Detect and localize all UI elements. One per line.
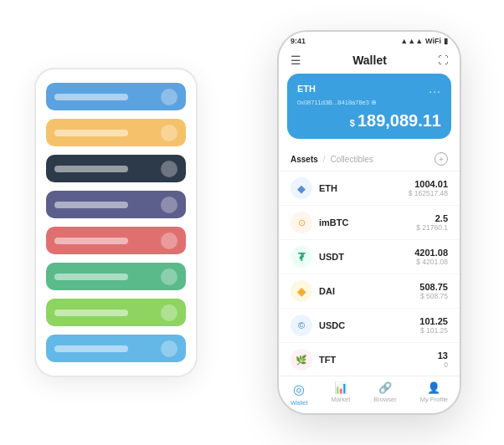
tab-divider: /	[323, 155, 326, 164]
list-item[interactable]	[46, 299, 186, 326]
wallet-nav-label: Wallet	[291, 399, 308, 407]
card-icon	[161, 233, 177, 249]
card-text-bar	[54, 345, 128, 352]
card-icon	[161, 304, 177, 321]
scene: 9:41 ▲▲▲ WiFi ▮ ☰ Wallet ⛶ ETH ... 0x087…	[18, 13, 486, 432]
market-nav-label: Market	[331, 396, 350, 403]
eth-amounts: 1004.01 $ 162517.48	[409, 179, 448, 197]
market-nav-icon: 📊	[334, 381, 347, 394]
card-text-bar	[54, 309, 128, 316]
page-title: Wallet	[352, 54, 387, 67]
add-asset-button[interactable]: +	[435, 152, 448, 166]
eth-icon: ◆	[291, 177, 312, 199]
card-icon	[161, 161, 177, 177]
usdc-amount: 101.25	[419, 316, 448, 326]
main-phone-mockup: 9:41 ▲▲▲ WiFi ▮ ☰ Wallet ⛶ ETH ... 0x087…	[277, 30, 461, 415]
balance-amount: 189,089.11	[357, 111, 441, 130]
eth-name: ETH	[319, 183, 409, 193]
expand-icon[interactable]: ⛶	[438, 54, 448, 66]
usdt-amounts: 4201.08 $ 4201.08	[414, 248, 448, 266]
assets-header: Assets / Collectibles +	[279, 147, 460, 171]
dai-usd: $ 508.75	[419, 292, 448, 300]
battery-icon: ▮	[444, 37, 448, 45]
usdc-icon: ©	[291, 315, 312, 336]
status-icons: ▲▲▲ WiFi ▮	[400, 37, 448, 45]
asset-row-usdc[interactable]: © USDC 101.25 $ 101.25	[279, 309, 460, 343]
asset-row-imbtc[interactable]: ⊙ imBTC 2.5 $ 21760.1	[279, 206, 460, 240]
usdt-usd: $ 4201.08	[414, 258, 448, 266]
eth-card-header: ETH ...	[297, 82, 441, 95]
card-text-bar	[54, 130, 128, 136]
eth-label: ETH	[297, 84, 316, 94]
bottom-nav: ◎ Wallet 📊 Market 🔗 Browser 👤 My Profile	[279, 376, 460, 413]
asset-row-eth[interactable]: ◆ ETH 1004.01 $ 162517.48	[279, 171, 460, 206]
tab-collectibles[interactable]: Collectibles	[331, 155, 373, 164]
eth-more-button[interactable]: ...	[429, 82, 441, 95]
usdc-amounts: 101.25 $ 101.25	[419, 316, 448, 335]
imbtc-name: imBTC	[319, 217, 416, 228]
status-bar: 9:41 ▲▲▲ WiFi ▮	[279, 32, 460, 49]
profile-nav-label: My Profile	[420, 396, 448, 403]
phone-content: ETH ... 0x08711d3B...8418a78e3 ⊕ $189,08…	[279, 74, 460, 376]
wallet-nav-icon: ◎	[293, 381, 305, 397]
list-item[interactable]	[46, 227, 186, 254]
eth-balance: $189,089.11	[297, 111, 441, 130]
tft-amounts: 13 0	[438, 350, 448, 369]
list-item[interactable]	[46, 263, 186, 290]
eth-address: 0x08711d3B...8418a78e3 ⊕	[297, 99, 441, 106]
tft-icon: 🌿	[291, 349, 312, 371]
dai-amount: 508.75	[419, 282, 448, 292]
card-text-bar	[54, 202, 128, 208]
usdc-usd: $ 101.25	[419, 326, 448, 335]
wifi-icon: WiFi	[425, 37, 441, 45]
menu-icon[interactable]: ☰	[291, 54, 301, 67]
card-icon	[161, 89, 177, 105]
eth-amount: 1004.01	[409, 179, 448, 189]
imbtc-usd: $ 21760.1	[416, 223, 448, 232]
tft-amount: 13	[438, 350, 448, 361]
currency-symbol: $	[350, 118, 355, 128]
card-icon	[161, 269, 177, 285]
tab-assets[interactable]: Assets	[291, 155, 318, 164]
card-text-bar	[54, 238, 128, 244]
nav-item-wallet[interactable]: ◎ Wallet	[291, 381, 308, 407]
tft-usd: 0	[438, 361, 448, 369]
nav-item-browser[interactable]: 🔗 Browser	[373, 381, 397, 407]
nav-item-profile[interactable]: 👤 My Profile	[420, 381, 448, 407]
usdt-icon: ₮	[291, 246, 312, 268]
list-item[interactable]	[46, 119, 186, 146]
nav-item-market[interactable]: 📊 Market	[331, 381, 350, 407]
card-icon	[161, 340, 177, 357]
card-text-bar	[54, 94, 128, 100]
asset-row-usdt[interactable]: ₮ USDT 4201.08 $ 4201.08	[279, 240, 460, 274]
status-time: 9:41	[291, 37, 306, 45]
asset-row-tft[interactable]: 🌿 TFT 13 0	[279, 343, 460, 376]
usdt-name: USDT	[319, 252, 414, 262]
eth-wallet-card[interactable]: ETH ... 0x08711d3B...8418a78e3 ⊕ $189,08…	[287, 74, 451, 139]
imbtc-icon: ⊙	[291, 212, 312, 233]
imbtc-amount: 2.5	[416, 213, 448, 223]
usdt-amount: 4201.08	[414, 248, 448, 258]
asset-row-dai[interactable]: ◈ DAI 508.75 $ 508.75	[279, 274, 460, 309]
card-icon	[161, 125, 177, 141]
asset-list: ◆ ETH 1004.01 $ 162517.48 ⊙ imBTC 2.5 $ …	[279, 171, 460, 376]
list-item[interactable]	[46, 191, 186, 218]
list-item[interactable]	[46, 155, 186, 182]
dai-icon: ◈	[291, 280, 312, 302]
imbtc-amounts: 2.5 $ 21760.1	[416, 213, 448, 232]
tft-name: TFT	[319, 355, 438, 365]
browser-nav-icon: 🔗	[378, 381, 392, 394]
dai-name: DAI	[319, 286, 419, 296]
signal-icon: ▲▲▲	[400, 37, 423, 45]
eth-usd: $ 162517.48	[409, 189, 448, 197]
app-header: ☰ Wallet ⛶	[279, 49, 460, 74]
card-icon	[161, 197, 177, 213]
card-text-bar	[54, 166, 128, 172]
dai-amounts: 508.75 $ 508.75	[419, 282, 448, 300]
background-phone-mockup	[34, 68, 198, 377]
browser-nav-label: Browser	[373, 396, 397, 403]
assets-tabs: Assets / Collectibles	[291, 155, 373, 164]
list-item[interactable]	[46, 83, 186, 110]
list-item[interactable]	[46, 335, 186, 362]
profile-nav-icon: 👤	[427, 381, 440, 394]
